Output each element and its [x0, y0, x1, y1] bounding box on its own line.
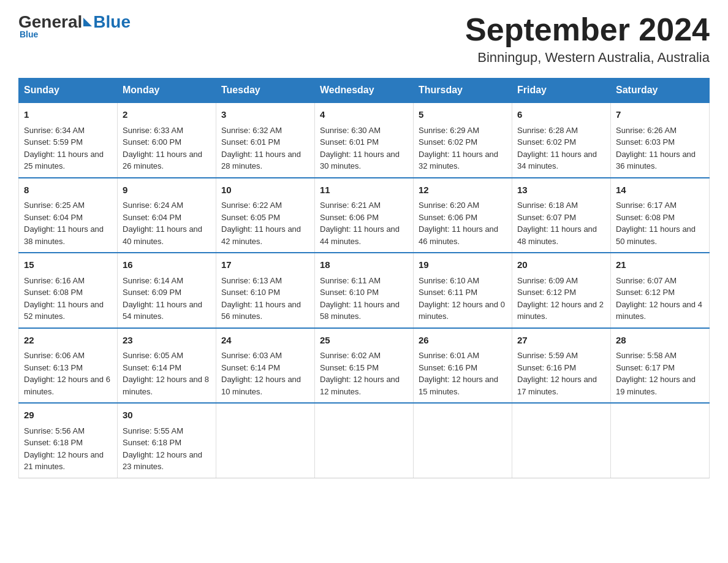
day-number: 25: [320, 334, 408, 348]
table-row: 24Sunrise: 6:03 AMSunset: 6:14 PMDayligh…: [216, 328, 315, 404]
day-info: Sunrise: 6:22 AMSunset: 6:05 PMDaylight:…: [221, 199, 309, 247]
day-info: Sunrise: 6:05 AMSunset: 6:14 PMDaylight:…: [123, 350, 211, 397]
day-info: Sunrise: 6:24 AMSunset: 6:04 PMDaylight:…: [123, 199, 211, 247]
day-number: 15: [24, 258, 112, 272]
day-info: Sunrise: 6:34 AMSunset: 5:59 PMDaylight:…: [24, 124, 112, 172]
calendar-week-row: 1Sunrise: 6:34 AMSunset: 5:59 PMDaylight…: [19, 102, 710, 178]
header-sunday: Sunday: [19, 79, 118, 103]
location-title: Binningup, Western Australia, Australia: [465, 50, 710, 66]
table-row: [512, 403, 611, 478]
table-row: [216, 403, 315, 478]
header-monday: Monday: [118, 79, 216, 103]
day-info: Sunrise: 6:01 AMSunset: 6:16 PMDaylight:…: [419, 350, 507, 397]
header-tuesday: Tuesday: [216, 79, 315, 103]
table-row: 22Sunrise: 6:06 AMSunset: 6:13 PMDayligh…: [19, 328, 118, 404]
day-info: Sunrise: 6:21 AMSunset: 6:06 PMDaylight:…: [320, 199, 408, 247]
day-info: Sunrise: 6:17 AMSunset: 6:08 PMDaylight:…: [616, 199, 704, 247]
day-number: 5: [419, 108, 507, 122]
table-row: [315, 403, 414, 478]
day-number: 4: [320, 108, 408, 122]
day-number: 20: [517, 258, 605, 272]
logo-arrow-icon: [83, 18, 92, 26]
day-info: Sunrise: 6:18 AMSunset: 6:07 PMDaylight:…: [517, 199, 605, 247]
title-section: September 2024 Binningup, Western Austra…: [465, 12, 710, 66]
day-info: Sunrise: 5:56 AMSunset: 6:18 PMDaylight:…: [24, 425, 112, 473]
day-info: Sunrise: 6:20 AMSunset: 6:06 PMDaylight:…: [419, 199, 507, 247]
day-number: 30: [123, 408, 211, 423]
day-info: Sunrise: 6:30 AMSunset: 6:01 PMDaylight:…: [320, 124, 408, 172]
day-info: Sunrise: 6:03 AMSunset: 6:14 PMDaylight:…: [221, 350, 309, 397]
day-number: 17: [221, 258, 309, 272]
day-info: Sunrise: 5:59 AMSunset: 6:16 PMDaylight:…: [517, 350, 605, 397]
table-row: 2Sunrise: 6:33 AMSunset: 6:00 PMDaylight…: [118, 102, 216, 178]
table-row: 9Sunrise: 6:24 AMSunset: 6:04 PMDaylight…: [118, 178, 216, 253]
calendar-week-row: 8Sunrise: 6:25 AMSunset: 6:04 PMDaylight…: [19, 178, 710, 253]
table-row: 16Sunrise: 6:14 AMSunset: 6:09 PMDayligh…: [118, 253, 216, 328]
day-number: 3: [221, 108, 309, 122]
day-number: 10: [221, 183, 309, 197]
table-row: 21Sunrise: 6:07 AMSunset: 6:12 PMDayligh…: [611, 253, 710, 328]
day-number: 24: [221, 334, 309, 348]
day-number: 16: [123, 258, 211, 272]
logo-subtitle: Blue: [20, 29, 38, 39]
day-number: 23: [123, 334, 211, 348]
day-info: Sunrise: 6:29 AMSunset: 6:02 PMDaylight:…: [419, 124, 507, 172]
table-row: 1Sunrise: 6:34 AMSunset: 5:59 PMDaylight…: [19, 102, 118, 178]
day-info: Sunrise: 6:26 AMSunset: 6:03 PMDaylight:…: [616, 124, 704, 172]
table-row: 25Sunrise: 6:02 AMSunset: 6:15 PMDayligh…: [315, 328, 414, 404]
day-number: 19: [419, 258, 507, 272]
table-row: 28Sunrise: 5:58 AMSunset: 6:17 PMDayligh…: [611, 328, 710, 404]
day-info: Sunrise: 5:58 AMSunset: 6:17 PMDaylight:…: [616, 350, 704, 397]
day-number: 11: [320, 183, 408, 197]
table-row: 14Sunrise: 6:17 AMSunset: 6:08 PMDayligh…: [611, 178, 710, 253]
header-saturday: Saturday: [611, 79, 710, 103]
day-info: Sunrise: 6:28 AMSunset: 6:02 PMDaylight:…: [517, 124, 605, 172]
day-number: 18: [320, 258, 408, 272]
header-thursday: Thursday: [414, 79, 512, 103]
table-row: 3Sunrise: 6:32 AMSunset: 6:01 PMDaylight…: [216, 102, 315, 178]
day-number: 8: [24, 183, 112, 197]
day-info: Sunrise: 6:13 AMSunset: 6:10 PMDaylight:…: [221, 275, 309, 323]
day-info: Sunrise: 6:10 AMSunset: 6:11 PMDaylight:…: [419, 275, 507, 323]
table-row: 5Sunrise: 6:29 AMSunset: 6:02 PMDaylight…: [414, 102, 512, 178]
page-header: General Blue Blue September 2024 Binning…: [18, 12, 710, 66]
day-number: 6: [517, 108, 605, 122]
day-number: 12: [419, 183, 507, 197]
table-row: 6Sunrise: 6:28 AMSunset: 6:02 PMDaylight…: [512, 102, 611, 178]
day-info: Sunrise: 6:09 AMSunset: 6:12 PMDaylight:…: [517, 275, 605, 323]
day-number: 26: [419, 334, 507, 348]
day-number: 7: [616, 108, 704, 122]
day-number: 21: [616, 258, 704, 272]
month-title: September 2024: [465, 12, 710, 47]
table-row: 11Sunrise: 6:21 AMSunset: 6:06 PMDayligh…: [315, 178, 414, 253]
table-row: 19Sunrise: 6:10 AMSunset: 6:11 PMDayligh…: [414, 253, 512, 328]
header-friday: Friday: [512, 79, 611, 103]
calendar-week-row: 22Sunrise: 6:06 AMSunset: 6:13 PMDayligh…: [19, 328, 710, 404]
day-info: Sunrise: 6:02 AMSunset: 6:15 PMDaylight:…: [320, 350, 408, 397]
table-row: 15Sunrise: 6:16 AMSunset: 6:08 PMDayligh…: [19, 253, 118, 328]
day-number: 13: [517, 183, 605, 197]
day-info: Sunrise: 6:25 AMSunset: 6:04 PMDaylight:…: [24, 199, 112, 247]
day-info: Sunrise: 6:33 AMSunset: 6:00 PMDaylight:…: [123, 124, 211, 172]
day-info: Sunrise: 6:11 AMSunset: 6:10 PMDaylight:…: [320, 275, 408, 323]
day-number: 28: [616, 334, 704, 348]
day-number: 1: [24, 108, 112, 122]
table-row: 23Sunrise: 6:05 AMSunset: 6:14 PMDayligh…: [118, 328, 216, 404]
table-row: 13Sunrise: 6:18 AMSunset: 6:07 PMDayligh…: [512, 178, 611, 253]
day-number: 29: [24, 408, 112, 423]
calendar-week-row: 29Sunrise: 5:56 AMSunset: 6:18 PMDayligh…: [19, 403, 710, 478]
day-info: Sunrise: 6:32 AMSunset: 6:01 PMDaylight:…: [221, 124, 309, 172]
calendar-week-row: 15Sunrise: 6:16 AMSunset: 6:08 PMDayligh…: [19, 253, 710, 328]
table-row: 7Sunrise: 6:26 AMSunset: 6:03 PMDaylight…: [611, 102, 710, 178]
day-info: Sunrise: 6:07 AMSunset: 6:12 PMDaylight:…: [616, 275, 704, 323]
table-row: 17Sunrise: 6:13 AMSunset: 6:10 PMDayligh…: [216, 253, 315, 328]
day-info: Sunrise: 6:16 AMSunset: 6:08 PMDaylight:…: [24, 275, 112, 323]
day-info: Sunrise: 5:55 AMSunset: 6:18 PMDaylight:…: [123, 425, 211, 473]
logo: General Blue Blue: [18, 12, 131, 39]
table-row: 12Sunrise: 6:20 AMSunset: 6:06 PMDayligh…: [414, 178, 512, 253]
table-row: 4Sunrise: 6:30 AMSunset: 6:01 PMDaylight…: [315, 102, 414, 178]
table-row: 27Sunrise: 5:59 AMSunset: 6:16 PMDayligh…: [512, 328, 611, 404]
day-info: Sunrise: 6:14 AMSunset: 6:09 PMDaylight:…: [123, 275, 211, 323]
table-row: 20Sunrise: 6:09 AMSunset: 6:12 PMDayligh…: [512, 253, 611, 328]
table-row: [611, 403, 710, 478]
